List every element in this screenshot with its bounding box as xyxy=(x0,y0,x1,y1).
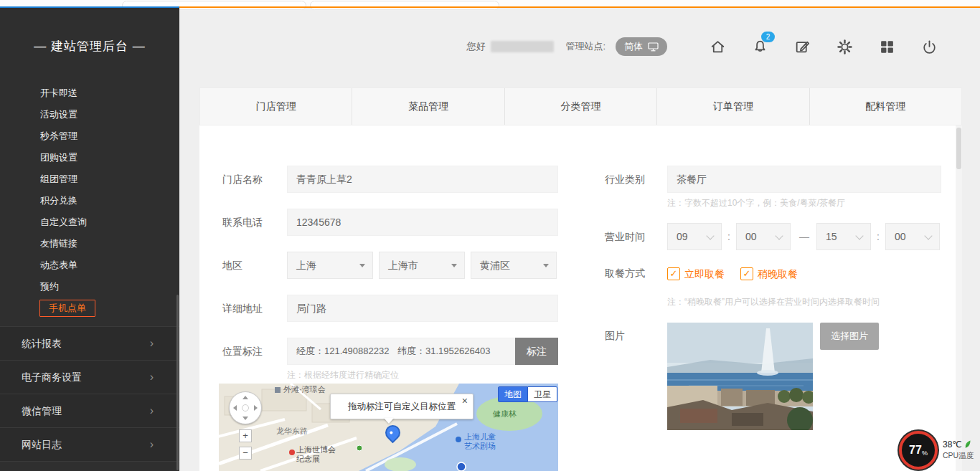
sidebar-item-seckill[interactable]: 秒杀管理 xyxy=(0,125,179,147)
check-icon: ✓ xyxy=(743,268,751,279)
sidebar-item-groupbuy[interactable]: 团购设置 xyxy=(0,147,179,168)
check-icon: ✓ xyxy=(670,268,678,279)
address-input[interactable]: 局门路 xyxy=(287,295,558,322)
map-label-theater: 上海儿童艺术剧场 xyxy=(464,432,500,451)
phone-label: 联系电话 xyxy=(222,209,263,236)
pickup-later-label[interactable]: 稍晚取餐 xyxy=(758,267,798,281)
edit-icon[interactable] xyxy=(793,37,811,56)
chevron-right-icon: › xyxy=(150,327,154,360)
map-label-road: 龙华东路 xyxy=(276,427,308,436)
store-name-input[interactable]: 青青原上草2 xyxy=(287,166,558,193)
sidebar-title: — 建站管理后台 — xyxy=(0,38,179,54)
time-colon: : xyxy=(727,223,730,250)
map-mode-button[interactable]: 地图 xyxy=(498,386,528,402)
close-icon[interactable]: × xyxy=(462,394,468,408)
zoom-in-button[interactable]: + xyxy=(239,429,252,442)
sidebar-section-wechat[interactable]: 微信管理› xyxy=(0,394,179,427)
close-hour-select[interactable]: 15 xyxy=(816,223,871,250)
pan-down-icon[interactable] xyxy=(242,417,248,420)
lat-label: 纬度： xyxy=(397,346,425,356)
store-photo-graphic xyxy=(667,323,813,430)
cpu-temp-value: 38℃ xyxy=(943,439,962,449)
scrollbar-thumb[interactable] xyxy=(956,128,961,169)
location-note: 注：根据经纬度进行精确定位 xyxy=(287,369,399,381)
username-redacted xyxy=(491,41,554,52)
open-hour-select[interactable]: 09 xyxy=(667,223,722,250)
sidebar-section-ecommerce[interactable]: 电子商务设置› xyxy=(0,360,179,394)
sidebar-item-mobile-order-active[interactable]: 手机点单 xyxy=(0,298,179,319)
home-icon[interactable] xyxy=(708,37,727,56)
tab-store-management[interactable]: 门店管理 xyxy=(200,88,352,125)
tab-dish-management[interactable]: 菜品管理 xyxy=(352,88,504,125)
module-tabs: 门店管理 菜品管理 分类管理 订单管理 配料管理 xyxy=(199,87,962,125)
pan-right-icon[interactable] xyxy=(254,405,258,411)
pickup-now-checkbox[interactable]: ✓ xyxy=(667,267,680,280)
map-canvas[interactable]: 外滩·湾璟会 龙华东路 上海世博会纪念展 上海儿童艺术剧场 健康林 拖动标注可自… xyxy=(219,384,558,471)
bell-icon[interactable]: 2 xyxy=(750,37,769,56)
close-minute-select[interactable]: 00 xyxy=(885,223,940,250)
cpu-temp-label: CPU温度 xyxy=(943,451,974,461)
pan-left-icon[interactable] xyxy=(233,405,237,411)
choose-image-button[interactable]: 选择图片 xyxy=(820,323,879,350)
grid-apps-icon[interactable] xyxy=(877,37,896,56)
leaf-icon xyxy=(964,440,971,449)
power-icon[interactable] xyxy=(920,37,938,56)
pickup-later-checkbox[interactable]: ✓ xyxy=(740,267,753,280)
province-select[interactable]: 上海 xyxy=(287,252,373,279)
phone-input[interactable]: 12345678 xyxy=(287,209,558,236)
zoom-out-button[interactable]: − xyxy=(239,447,252,460)
sidebar-section-stats[interactable]: 统计报表› xyxy=(0,326,179,360)
coordinates-input[interactable]: 经度：121.490882232 纬度：31.1952626403 xyxy=(287,338,515,365)
sidebar-item-team[interactable]: 组团管理 xyxy=(0,168,179,190)
sidebar-item-custom-query[interactable]: 自定义查询 xyxy=(0,211,179,233)
language-button[interactable]: 简体 xyxy=(616,37,667,56)
sidebar-item-dynamic-form[interactable]: 动态表单 xyxy=(0,254,179,276)
sidebar-sections: 统计报表› 电子商务设置› 微信管理› 网站日志› xyxy=(0,326,179,462)
lng-value: 121.490882232 xyxy=(324,346,389,356)
chevron-right-icon: › xyxy=(150,394,154,427)
cpu-temperature: 38℃ CPU温度 xyxy=(943,439,974,461)
tab-ingredient-management[interactable]: 配料管理 xyxy=(809,88,961,125)
greeting-text: 您好 xyxy=(466,40,485,53)
time-dash: — xyxy=(799,223,809,250)
gear-icon[interactable] xyxy=(835,37,854,56)
tab-order-management[interactable]: 订单管理 xyxy=(656,88,809,125)
header-bar: 您好 管理站点: 简体 2 xyxy=(179,8,980,85)
sidebar-item-points[interactable]: 积分兑换 xyxy=(0,190,179,211)
industry-label: 行业类别 xyxy=(605,166,645,193)
region-label: 地区 xyxy=(222,252,242,279)
sidebar-scrollbar[interactable] xyxy=(176,295,179,470)
open-minute-select[interactable]: 00 xyxy=(736,223,791,250)
hours-label: 营业时间 xyxy=(605,223,645,250)
sidebar-item-card-gift[interactable]: 开卡即送 xyxy=(0,82,179,104)
map-tooltip: 拖动标注可自定义目标位置 × xyxy=(330,394,473,419)
sidebar-section-sitelog[interactable]: 网站日志› xyxy=(0,427,179,462)
pickup-note: 注：“稍晚取餐”用户可以选择在营业时间内选择取餐时间 xyxy=(667,296,880,308)
store-name-label: 门店名称 xyxy=(222,166,263,193)
map-label-park: 健康林 xyxy=(493,409,517,419)
manage-site-label: 管理站点: xyxy=(565,40,606,53)
location-label: 位置标注 xyxy=(222,338,263,365)
sidebar-item-booking[interactable]: 预约 xyxy=(0,276,179,298)
district-select[interactable]: 黄浦区 xyxy=(471,252,557,279)
tab-category-management[interactable]: 分类管理 xyxy=(504,88,656,125)
map-label-expo: 上海世博会纪念展 xyxy=(296,445,342,464)
city-select[interactable]: 上海市 xyxy=(379,252,465,279)
sidebar-item-links[interactable]: 友情链接 xyxy=(0,233,179,254)
pickup-label: 取餐方式 xyxy=(605,266,645,280)
pickup-now-label[interactable]: 立即取餐 xyxy=(684,267,725,281)
tooltip-pointer xyxy=(384,418,394,424)
mark-location-button[interactable]: 标注 xyxy=(515,338,558,365)
notification-badge: 2 xyxy=(761,32,775,42)
industry-input[interactable]: 茶餐厅 xyxy=(667,166,941,193)
cpu-usage-gauge: 77% xyxy=(899,431,938,470)
satellite-mode-button[interactable]: 卫星 xyxy=(527,386,557,402)
chevron-right-icon: › xyxy=(150,361,154,394)
pan-up-icon[interactable] xyxy=(242,396,248,399)
map-pan-control[interactable] xyxy=(229,391,262,424)
time-colon: : xyxy=(877,223,880,250)
store-settings-form: 门店名称 青青原上草2 联系电话 12345678 地区 上海 上海市 黄浦区 … xyxy=(199,125,962,471)
industry-note: 注：字数不超过10个字，例：美食/粤菜/茶餐厅 xyxy=(667,197,845,209)
sidebar: — 建站管理后台 — 开卡即送 活动设置 秒杀管理 团购设置 组团管理 积分兑换… xyxy=(0,8,179,471)
sidebar-item-activity[interactable]: 活动设置 xyxy=(0,104,179,125)
